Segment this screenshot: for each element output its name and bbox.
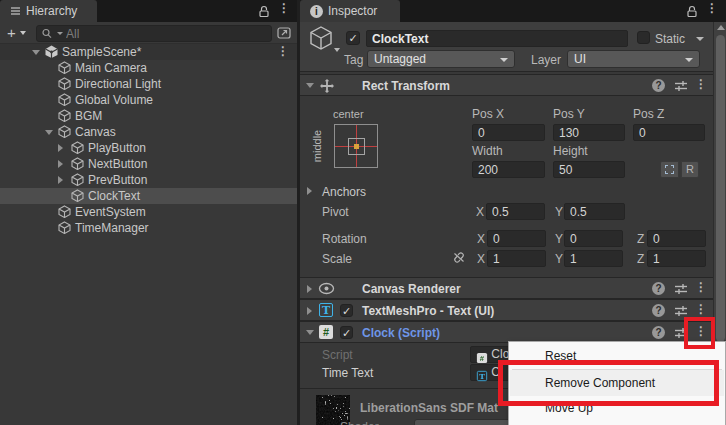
pos-z-field[interactable] <box>633 124 705 141</box>
layer-dropdown[interactable]: UI <box>567 50 700 68</box>
tab-hierarchy[interactable]: Hierarchy <box>0 0 97 22</box>
clock-script-header[interactable]: # ✓ Clock (Script) ? ⋮ <box>300 321 713 343</box>
menu-item-move-down[interactable]: Move Down <box>510 421 724 425</box>
hierarchy-menu-kebab-icon[interactable]: ⋮ <box>278 3 290 13</box>
pos-y-field[interactable] <box>553 124 625 141</box>
rect-transform-header[interactable]: Rect Transform ? ⋮ <box>300 74 713 96</box>
rotation-z-field[interactable] <box>647 230 706 247</box>
clock-script-title: Clock (Script) <box>362 326 440 340</box>
foldout-closed-icon[interactable] <box>58 176 63 184</box>
blueprint-icon <box>665 165 674 174</box>
help-icon[interactable]: ? <box>652 282 665 295</box>
hierarchy-tree: SampleScene*⋮Main CameraDirectional Ligh… <box>0 44 297 236</box>
canvas-renderer-header[interactable]: Canvas Renderer ? ⋮ <box>300 277 713 299</box>
raw-edit-mode-button[interactable]: R <box>681 161 699 178</box>
search-filter-caret-icon[interactable] <box>57 32 63 35</box>
hierarchy-search-input[interactable] <box>66 27 246 41</box>
anchor-preset-widget[interactable] <box>334 124 378 168</box>
csharp-script-icon: # <box>319 325 333 339</box>
height-field[interactable] <box>553 161 625 178</box>
hierarchy-search-box[interactable] <box>36 25 272 42</box>
scale-x-field[interactable] <box>487 250 546 267</box>
gameobject-cube-icon <box>58 221 71 234</box>
pivot-y-field[interactable] <box>564 203 625 220</box>
hierarchy-item-canvas[interactable]: Canvas <box>0 124 297 140</box>
anchor-pivot-dot <box>354 144 359 149</box>
help-icon[interactable]: ? <box>652 304 665 317</box>
gameobject-cube-icon <box>58 125 71 138</box>
rotation-x-field[interactable] <box>487 230 546 247</box>
hierarchy-item-nextbutton[interactable]: NextButton <box>0 156 297 172</box>
foldout-closed-icon[interactable] <box>307 285 312 293</box>
link-broken-icon[interactable] <box>452 251 466 264</box>
hierarchy-item-global-volume[interactable]: Global Volume <box>0 92 297 108</box>
popout-search-icon[interactable] <box>277 26 292 40</box>
pivot-x-axis-label: X <box>476 205 484 219</box>
presets-icon[interactable] <box>674 79 688 93</box>
gameobject-active-checkbox[interactable]: ✓ <box>346 31 360 45</box>
pos-x-field[interactable] <box>472 124 545 141</box>
inspector-lock-icon[interactable] <box>686 5 698 18</box>
textmeshpro-icon: T <box>477 371 487 381</box>
help-icon[interactable]: ? <box>652 326 665 339</box>
scale-z-field[interactable] <box>647 250 706 267</box>
annotation-box-kebab <box>684 317 715 349</box>
help-icon[interactable]: ? <box>652 79 665 92</box>
scale-y-field[interactable] <box>564 250 623 267</box>
icon-picker-caret-icon[interactable] <box>334 48 340 52</box>
scrollbar-thumb[interactable] <box>716 35 725 342</box>
gameobject-cube-icon <box>71 141 84 154</box>
material-title: LiberationSans SDF Mat <box>360 401 498 415</box>
anchors-foldout-icon[interactable] <box>307 187 312 195</box>
blueprint-mode-button[interactable] <box>660 161 679 178</box>
hierarchy-item-prevbutton[interactable]: PrevButton <box>0 172 297 188</box>
static-caret-icon[interactable] <box>696 37 704 41</box>
tag-dropdown[interactable]: Untagged <box>367 50 515 68</box>
create-object-button[interactable]: + <box>7 24 16 41</box>
hierarchy-item-main-camera[interactable]: Main Camera <box>0 60 297 76</box>
gameobject-header: ✓ Static Tag Untagged Layer UI <box>300 22 713 72</box>
foldout-open-icon[interactable] <box>32 50 40 55</box>
hierarchy-item-bgm[interactable]: BGM <box>0 108 297 124</box>
hierarchy-item-playbutton[interactable]: PlayButton <box>0 140 297 156</box>
rect-transform-kebab-icon[interactable]: ⋮ <box>695 79 707 89</box>
info-icon: i <box>310 5 323 18</box>
presets-icon[interactable] <box>674 304 688 318</box>
rect-transform-icon <box>319 78 335 94</box>
tag-value: Untagged <box>374 52 426 66</box>
foldout-open-icon[interactable] <box>45 130 53 135</box>
foldout-closed-icon[interactable] <box>58 144 63 152</box>
pivot-x-field[interactable] <box>486 203 545 220</box>
foldout-closed-icon[interactable] <box>307 307 312 315</box>
hierarchy-item-clocktext[interactable]: ClockText <box>0 188 297 204</box>
scroll-up-arrow-icon[interactable] <box>717 25 725 30</box>
scene-menu-kebab-icon[interactable]: ⋮ <box>277 46 289 56</box>
scale-x-axis-label: X <box>477 252 485 266</box>
rotation-y-field[interactable] <box>564 230 623 247</box>
hierarchy-item-timemanager[interactable]: TimeManager <box>0 220 297 236</box>
static-checkbox[interactable] <box>637 31 650 44</box>
textmeshpro-kebab-icon[interactable]: ⋮ <box>695 304 707 314</box>
hierarchy-item-label: Main Camera <box>75 60 147 76</box>
textmeshpro-header[interactable]: T ✓ TextMeshPro - Text (UI) ? ⋮ <box>300 299 713 321</box>
textmeshpro-enabled-checkbox[interactable]: ✓ <box>340 304 353 317</box>
lock-icon[interactable] <box>258 5 270 18</box>
foldout-open-icon[interactable] <box>306 83 314 88</box>
canvas-renderer-title: Canvas Renderer <box>362 282 461 296</box>
hierarchy-item-label: SampleScene* <box>62 44 141 60</box>
hierarchy-item-directional-light[interactable]: Directional Light <box>0 76 297 92</box>
foldout-closed-icon[interactable] <box>58 160 63 168</box>
clock-enabled-checkbox[interactable]: ✓ <box>340 326 353 339</box>
canvas-renderer-kebab-icon[interactable]: ⋮ <box>695 282 707 292</box>
hierarchy-item-eventsystem[interactable]: EventSystem <box>0 204 297 220</box>
tag-label: Tag <box>344 53 363 67</box>
hierarchy-item-samplescene[interactable]: SampleScene*⋮ <box>0 44 297 60</box>
tab-inspector[interactable]: i Inspector <box>300 0 400 22</box>
inspector-menu-kebab-icon[interactable]: ⋮ <box>706 3 718 13</box>
create-object-caret-icon[interactable] <box>20 31 26 35</box>
gameobject-name-field[interactable] <box>366 30 628 47</box>
foldout-open-icon[interactable] <box>306 330 314 335</box>
width-field[interactable] <box>472 161 545 178</box>
gameobject-cube-icon[interactable] <box>308 25 334 51</box>
presets-icon[interactable] <box>674 282 688 296</box>
